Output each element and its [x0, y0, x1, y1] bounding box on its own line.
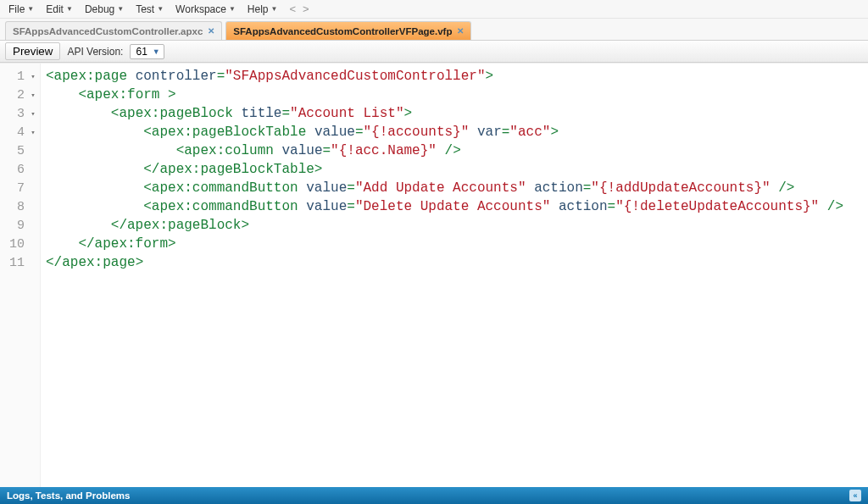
code-line[interactable]: </apex:pageBlock>	[46, 216, 863, 235]
code-line[interactable]: <apex:pageBlock title="Account List">	[46, 104, 863, 123]
menu-label: File	[8, 3, 25, 15]
menu-label: Workspace	[175, 3, 226, 15]
fold-toggle-icon[interactable]: ▾	[30, 72, 36, 81]
editor-toolbar: Preview API Version: 61 ▼	[0, 41, 868, 63]
close-icon[interactable]: ✕	[457, 26, 464, 36]
chevron-down-icon: ▼	[157, 5, 164, 13]
collapse-panel-icon[interactable]: «	[849, 490, 861, 501]
menu-debug[interactable]: Debug▼	[80, 2, 129, 17]
chevron-down-icon: ▼	[117, 5, 124, 13]
tab-label: SFAppsAdvancedCustomController.apxc	[13, 26, 203, 36]
code-line[interactable]: <apex:form >	[46, 86, 863, 104]
api-version-value: 61	[136, 46, 147, 58]
line-number: 7	[17, 181, 25, 196]
chevron-down-icon: ▼	[153, 47, 160, 56]
menu-label: Help	[248, 3, 269, 15]
nav-back-button[interactable]: <	[289, 3, 296, 15]
line-number: 3	[17, 107, 25, 121]
menu-bar: File▼Edit▼Debug▼Test▼Workspace▼Help▼<>	[0, 0, 868, 19]
gutter-line: 2▾	[0, 86, 40, 104]
line-number: 6	[17, 163, 25, 177]
chevron-down-icon: ▼	[27, 5, 34, 13]
chevron-down-icon: ▼	[271, 5, 278, 13]
fold-toggle-icon[interactable]: ▾	[30, 91, 36, 100]
fold-toggle-icon[interactable]: ▾	[30, 128, 36, 137]
chevron-down-icon: ▼	[229, 5, 236, 13]
menu-label: Test	[136, 3, 154, 15]
gutter-line: 11	[0, 253, 40, 272]
code-line[interactable]: <apex:column value="{!acc.Name}" />	[46, 141, 863, 160]
gutter-line: 3▾	[0, 104, 40, 123]
line-number: 11	[9, 256, 25, 270]
editor-tab[interactable]: SFAppsAdvancedCustomController.apxc✕	[5, 21, 222, 40]
line-number: 4	[17, 125, 25, 140]
line-number: 2	[17, 88, 25, 102]
nav-forward-button[interactable]: >	[303, 3, 309, 15]
menu-file[interactable]: File▼	[3, 2, 39, 17]
menu-test[interactable]: Test▼	[131, 2, 169, 17]
gutter-line: 1▾	[0, 67, 40, 86]
tab-bar: SFAppsAdvancedCustomController.apxc✕SFAp…	[0, 19, 868, 41]
menu-help[interactable]: Help▼	[242, 2, 283, 17]
tab-label: SFAppsAdvancedCustomControllerVFPage.vfp	[233, 26, 452, 36]
code-line[interactable]: <apex:commandButton value="Delete Update…	[46, 197, 863, 216]
code-line[interactable]: <apex:commandButton value="Add Update Ac…	[46, 179, 863, 197]
api-version-label: API Version:	[67, 46, 123, 58]
code-line[interactable]: </apex:form>	[46, 235, 863, 253]
chevron-down-icon: ▼	[66, 5, 73, 13]
code-line[interactable]: </apex:page>	[46, 253, 863, 272]
close-icon[interactable]: ✕	[208, 26, 214, 36]
line-number: 10	[9, 237, 25, 252]
gutter-line: 10	[0, 235, 40, 253]
gutter-line: 5	[0, 141, 40, 160]
editor-tab[interactable]: SFAppsAdvancedCustomControllerVFPage.vfp…	[225, 21, 471, 40]
line-number: 9	[17, 219, 25, 233]
gutter-line: 8	[0, 197, 40, 216]
code-line[interactable]: <apex:page controller="SFAppsAdvancedCus…	[46, 67, 863, 86]
menu-edit[interactable]: Edit▼	[41, 2, 78, 17]
bottom-panel-header[interactable]: Logs, Tests, and Problems «	[0, 487, 868, 504]
gutter-line: 4▾	[0, 123, 40, 141]
api-version-select[interactable]: 61 ▼	[130, 44, 164, 59]
code-area[interactable]: <apex:page controller="SFAppsAdvancedCus…	[41, 64, 868, 487]
line-number: 1	[17, 69, 25, 84]
line-gutter: 1▾2▾3▾4▾567891011	[0, 64, 41, 487]
code-editor[interactable]: 1▾2▾3▾4▾567891011 <apex:page controller=…	[0, 63, 868, 487]
code-line[interactable]: </apex:pageBlockTable>	[46, 160, 863, 179]
line-number: 5	[17, 144, 25, 158]
preview-button[interactable]: Preview	[5, 42, 60, 60]
line-number: 8	[17, 200, 25, 214]
nav-arrows: <>	[289, 3, 309, 15]
gutter-line: 9	[0, 216, 40, 235]
bottom-panel-title: Logs, Tests, and Problems	[7, 490, 131, 501]
menu-workspace[interactable]: Workspace▼	[170, 2, 241, 17]
fold-toggle-icon[interactable]: ▾	[30, 109, 36, 119]
code-line[interactable]: <apex:pageBlockTable value="{!accounts}"…	[46, 123, 863, 141]
gutter-line: 7	[0, 179, 40, 197]
menu-label: Debug	[85, 3, 114, 15]
gutter-line: 6	[0, 160, 40, 179]
menu-label: Edit	[46, 3, 64, 15]
